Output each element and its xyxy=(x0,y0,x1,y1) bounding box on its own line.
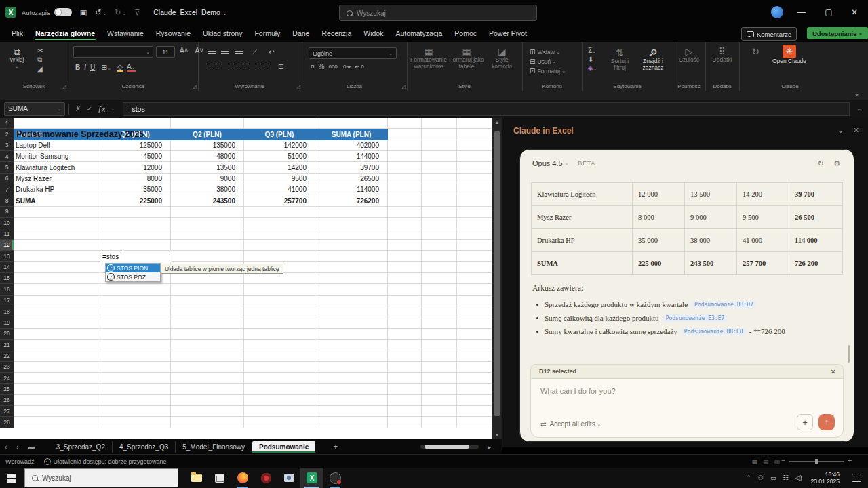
row-header-24[interactable]: 24 xyxy=(0,373,14,384)
confirm-entry-icon[interactable]: ✓ xyxy=(86,105,92,113)
network-icon[interactable]: ☷ xyxy=(783,474,788,481)
cell-A28[interactable] xyxy=(14,417,100,428)
delete-cells-button[interactable]: ⊟Usuń ⌄ xyxy=(528,57,566,66)
redo-icon[interactable]: ↻ ⌄ xyxy=(115,8,126,17)
cell-C4[interactable]: 48000 xyxy=(171,151,244,162)
row-header-2[interactable]: 2 xyxy=(0,129,14,140)
cell-F25[interactable] xyxy=(388,384,422,394)
align-bottom-icon[interactable] xyxy=(235,49,243,54)
cell-A10[interactable] xyxy=(14,218,100,228)
ribbon-tab-power-pivot[interactable]: Power Pivot xyxy=(483,26,533,40)
undo-icon[interactable]: ↺ ⌄ xyxy=(95,8,106,17)
autosum-icon[interactable]: Σ⌄ xyxy=(588,47,597,54)
cell-D20[interactable] xyxy=(244,329,315,340)
copy-icon[interactable]: ⧉ xyxy=(37,56,43,64)
cell-E15[interactable] xyxy=(315,273,388,284)
normal-view-icon[interactable]: ▦ xyxy=(751,458,757,465)
cell-H11[interactable] xyxy=(457,228,492,239)
insert-cells-button[interactable]: ⊞Wstaw ⌄ xyxy=(528,47,566,56)
cell-A22[interactable] xyxy=(14,350,100,361)
cell-E3[interactable]: 402000 xyxy=(315,140,388,151)
cell-styles-button[interactable]: ◪ Style komórki xyxy=(486,46,518,70)
row-header-15[interactable]: 15 xyxy=(0,273,14,284)
open-claude-button[interactable]: ✳ Open Claude xyxy=(772,45,807,65)
cell-reference-badge[interactable]: Podsumowanie E3:E7 xyxy=(663,314,728,322)
cell-A25[interactable] xyxy=(14,384,100,394)
cell-C27[interactable] xyxy=(171,406,244,417)
sheet-tab-4_sprzedaz_q3[interactable]: 4_Sprzedaz_Q3 xyxy=(113,441,176,453)
cell-G27[interactable] xyxy=(422,406,457,417)
cell-F4[interactable] xyxy=(388,151,422,162)
cell-C7[interactable]: 38000 xyxy=(171,184,244,195)
cell-B17[interactable] xyxy=(100,296,171,306)
cell-G24[interactable] xyxy=(422,373,457,384)
horizontal-scrollbar-thumb[interactable] xyxy=(425,445,469,449)
cell-F1[interactable] xyxy=(388,118,422,129)
start-button[interactable] xyxy=(0,468,23,488)
cell-D6[interactable]: 9500 xyxy=(244,174,315,184)
cell-H24[interactable] xyxy=(457,373,492,384)
align-top-icon[interactable] xyxy=(208,49,216,54)
row-header-21[interactable]: 21 xyxy=(0,340,14,350)
cell-E8[interactable]: 726200 xyxy=(315,195,388,206)
row-header-9[interactable]: 9 xyxy=(0,207,14,218)
cell-G5[interactable] xyxy=(422,162,457,173)
cell-B8[interactable]: 225000 xyxy=(100,195,171,206)
cell-C26[interactable] xyxy=(171,395,244,406)
cell-H14[interactable] xyxy=(457,262,492,272)
align-left-icon[interactable] xyxy=(208,64,216,69)
row-header-19[interactable]: 19 xyxy=(0,317,14,328)
cell-E13[interactable] xyxy=(315,251,388,262)
sheet-tab-5_model_finansowy[interactable]: 5_Model_Finansowy xyxy=(176,441,252,453)
cell-F13[interactable] xyxy=(388,251,422,262)
cell-B20[interactable] xyxy=(100,329,171,340)
cell-H28[interactable] xyxy=(457,417,492,428)
cell-H4[interactable] xyxy=(457,151,492,162)
cell-A24[interactable] xyxy=(14,373,100,384)
italic-button[interactable]: I xyxy=(84,64,86,71)
sheet-tab-3_sprzedaz_q2[interactable]: 3_Sprzedaz_Q2 xyxy=(50,441,113,453)
cell-B24[interactable] xyxy=(100,373,171,384)
row-header-11[interactable]: 11 xyxy=(0,228,14,239)
share-button[interactable]: Udostępnianie ⌄ xyxy=(807,27,868,39)
cell-F23[interactable] xyxy=(388,362,422,373)
cell-F24[interactable] xyxy=(388,373,422,384)
send-button[interactable]: ↑ xyxy=(818,414,835,430)
people-icon[interactable]: ⚇ xyxy=(758,474,764,481)
cell-D28[interactable] xyxy=(244,417,315,428)
cell-C2[interactable]: Q2 (PLN) xyxy=(171,129,244,140)
excel-taskbar-icon[interactable]: X xyxy=(300,468,323,488)
decrease-decimal-icon[interactable]: ↞.0 xyxy=(355,64,363,70)
cell-A20[interactable] xyxy=(14,329,100,340)
ribbon-tab-dane[interactable]: Dane xyxy=(286,26,315,40)
cell-D13[interactable] xyxy=(244,251,315,262)
cell-D19[interactable] xyxy=(244,317,315,328)
vertical-scrollbar[interactable]: ▲ ▼ xyxy=(492,118,502,439)
row-header-27[interactable]: 27 xyxy=(0,406,14,417)
cell-B9[interactable] xyxy=(100,207,171,218)
cell-E26[interactable] xyxy=(315,395,388,406)
cell-editor-b12[interactable]: =stos xyxy=(100,251,172,262)
cell-G22[interactable] xyxy=(422,350,457,361)
zoom-slider-knob[interactable] xyxy=(815,459,818,464)
row-header-13[interactable]: 13 xyxy=(0,251,14,262)
cell-E12[interactable] xyxy=(315,240,388,251)
borders-button[interactable]: ⊞⌄ xyxy=(101,63,111,72)
cell-F6[interactable] xyxy=(388,174,422,184)
row-header-23[interactable]: 23 xyxy=(0,362,14,373)
align-center-icon[interactable] xyxy=(221,64,229,69)
cell-F19[interactable] xyxy=(388,317,422,328)
cell-B18[interactable] xyxy=(100,306,171,317)
cell-E4[interactable]: 144000 xyxy=(315,151,388,162)
comma-style-icon[interactable]: 000 xyxy=(328,64,337,70)
cell-G15[interactable] xyxy=(422,273,457,284)
ribbon-collapse-icon[interactable]: ⌄ xyxy=(854,89,860,97)
decrease-indent-icon[interactable] xyxy=(248,64,256,69)
cell-C16[interactable] xyxy=(171,284,244,295)
cell-B6[interactable]: 8000 xyxy=(100,174,171,184)
cell-H22[interactable] xyxy=(457,350,492,361)
cell-C5[interactable]: 13500 xyxy=(171,162,244,173)
cell-C9[interactable] xyxy=(171,207,244,218)
cell-D10[interactable] xyxy=(244,218,315,228)
vertical-scrollbar-thumb[interactable] xyxy=(494,131,500,416)
